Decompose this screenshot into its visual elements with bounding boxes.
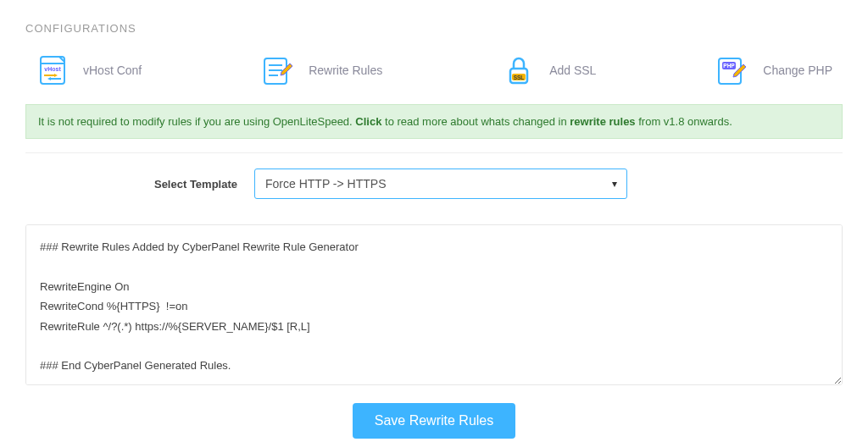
vhost-icon: vHost <box>36 53 70 87</box>
tab-label: Rewrite Rules <box>309 64 382 77</box>
config-tabs: vHost vHost Conf Rewrite Rules <box>25 53 843 87</box>
divider <box>25 152 843 153</box>
save-rewrite-rules-button[interactable]: Save Rewrite Rules <box>353 403 516 439</box>
tab-label: Add SSL <box>549 64 596 77</box>
section-title: CONFIGURATIONS <box>25 22 843 35</box>
template-label: Select Template <box>34 178 254 191</box>
rewrite-rules-textarea[interactable] <box>25 224 843 385</box>
template-row: Select Template Force HTTP -> HTTPS ▾ <box>25 169 843 199</box>
tab-label: vHost Conf <box>83 64 142 77</box>
svg-text:vHost: vHost <box>44 66 61 72</box>
tab-add-ssl[interactable]: SSL Add SSL <box>502 53 596 87</box>
svg-text:PHP: PHP <box>724 63 736 69</box>
alert-click[interactable]: Click <box>355 115 381 128</box>
alert-text: from v1.8 onwards. <box>636 115 732 128</box>
svg-marker-3 <box>54 74 58 77</box>
alert-text: to read more about whats changed in <box>381 115 570 128</box>
template-select[interactable]: Force HTTP -> HTTPS <box>254 169 627 199</box>
svg-text:SSL: SSL <box>514 75 525 80</box>
svg-marker-5 <box>47 77 51 80</box>
rewrite-icon <box>261 53 295 87</box>
ssl-icon: SSL <box>502 53 536 87</box>
alert-rules[interactable]: rewrite rules <box>570 115 635 128</box>
info-alert: It is not required to modify rules if yo… <box>25 104 843 139</box>
tab-rewrite-rules[interactable]: Rewrite Rules <box>261 53 382 87</box>
alert-text: It is not required to modify rules if yo… <box>38 115 355 128</box>
tab-vhost-conf[interactable]: vHost vHost Conf <box>36 53 142 87</box>
php-icon: PHP <box>715 53 749 87</box>
tab-label: Change PHP <box>763 64 832 77</box>
tab-change-php[interactable]: PHP Change PHP <box>715 53 832 87</box>
